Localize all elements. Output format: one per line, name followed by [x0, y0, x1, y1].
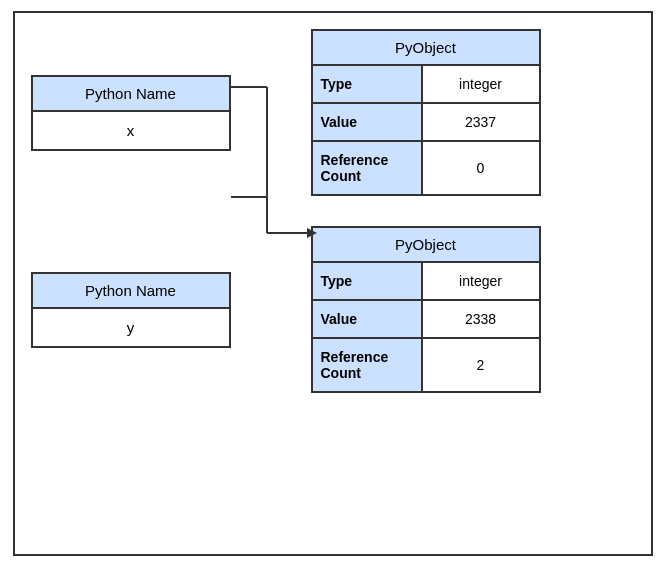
- pyobject-header-2: PyObject: [313, 228, 539, 263]
- python-name-box-2: Python Name y: [31, 272, 231, 348]
- python-name-header-2: Python Name: [33, 274, 229, 309]
- type-label-2: Type: [313, 263, 423, 299]
- row-2: Python Name y PyObject Type integer Valu…: [31, 226, 635, 393]
- python-name-value-1: x: [33, 112, 229, 149]
- row-1: Python Name x PyObject Type integer Valu…: [31, 29, 635, 196]
- pyobject-row-value-2: Value 2338: [313, 301, 539, 339]
- pyobject-row-refcount-1: Reference Count 0: [313, 142, 539, 194]
- type-value-2: integer: [423, 263, 539, 299]
- refcount-value-2: 2: [423, 339, 539, 391]
- type-label-1: Type: [313, 66, 423, 102]
- python-name-value-2: y: [33, 309, 229, 346]
- python-name-header-1: Python Name: [33, 77, 229, 112]
- value-value-1: 2337: [423, 104, 539, 140]
- pyobject-header-1: PyObject: [313, 31, 539, 66]
- refcount-value-1: 0: [423, 142, 539, 194]
- value-label-2: Value: [313, 301, 423, 337]
- pyobject-box-2: PyObject Type integer Value 2338 Referen…: [311, 226, 541, 393]
- pyobject-row-type-1: Type integer: [313, 66, 539, 104]
- pyobject-row-refcount-2: Reference Count 2: [313, 339, 539, 391]
- python-name-box-1: Python Name x: [31, 75, 231, 151]
- pyobject-row-type-2: Type integer: [313, 263, 539, 301]
- rows-container: Python Name x PyObject Type integer Valu…: [31, 29, 635, 393]
- value-label-1: Value: [313, 104, 423, 140]
- refcount-label-1: Reference Count: [313, 142, 423, 194]
- diagram: Python Name x PyObject Type integer Valu…: [13, 11, 653, 556]
- pyobject-box-1: PyObject Type integer Value 2337 Referen…: [311, 29, 541, 196]
- value-value-2: 2338: [423, 301, 539, 337]
- pyobject-row-value-1: Value 2337: [313, 104, 539, 142]
- type-value-1: integer: [423, 66, 539, 102]
- refcount-label-2: Reference Count: [313, 339, 423, 391]
